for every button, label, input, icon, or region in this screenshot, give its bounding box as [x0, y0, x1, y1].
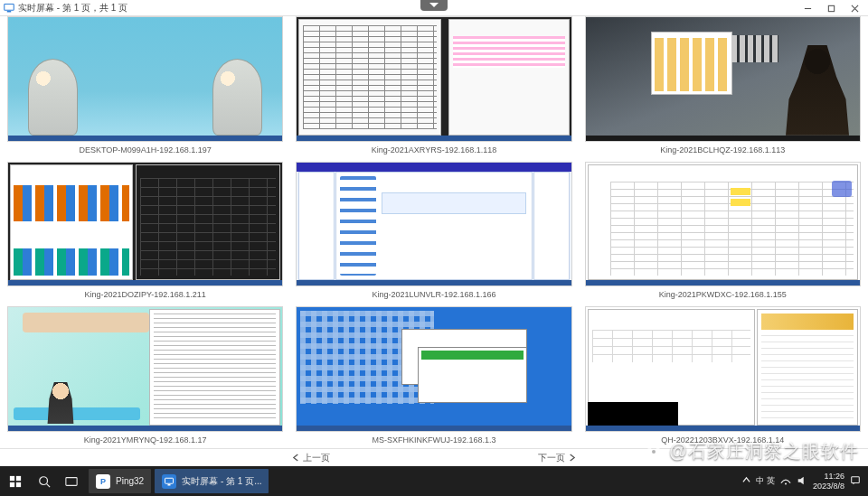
- screen-cell: King-2021YMRYNQ-192.168.1.17: [7, 306, 283, 448]
- screen-thumbnail[interactable]: [585, 162, 861, 287]
- svg-point-17: [40, 476, 48, 484]
- search-icon: [38, 475, 51, 488]
- screen-caption: MS-SXFHKINKFWUJ-192.168.1.3: [296, 432, 571, 448]
- svg-rect-13: [10, 475, 14, 480]
- svg-rect-23: [852, 476, 860, 482]
- titlebar: 实时屏幕 - 第 1 页，共 1 页: [0, 0, 868, 16]
- svg-rect-15: [10, 482, 14, 486]
- svg-rect-20: [165, 478, 174, 483]
- screen-caption: King-2021AXRYRS-192.168.1.118: [296, 142, 571, 158]
- screen-thumbnail[interactable]: [7, 162, 283, 287]
- taskbar-app-realtime[interactable]: 实时屏幕 - 第 1 页...: [155, 469, 269, 493]
- screen-caption: DESKTOP-M099A1H-192.168.1.197: [7, 142, 283, 158]
- clock-date: 2023/8/8: [813, 482, 844, 491]
- screen-caption: King-2021BCLHQZ-192.168.1.113: [585, 142, 861, 158]
- network-icon[interactable]: [780, 475, 791, 488]
- svg-rect-0: [5, 4, 14, 10]
- screen-caption: King-2021DOZIPY-192.168.1.211: [7, 286, 283, 303]
- taskbar-app-label: 实时屏幕 - 第 1 页...: [182, 475, 261, 488]
- screen-cell: King-2021LUNVLR-192.168.1.166: [296, 162, 571, 304]
- close-button[interactable]: [843, 0, 866, 16]
- windows-icon: [9, 475, 22, 488]
- search-button[interactable]: [31, 466, 58, 496]
- start-button[interactable]: [0, 466, 31, 496]
- monitor-icon: [162, 474, 176, 489]
- screen-cell: QH-20221203BXVX-192.168.1.14: [585, 306, 861, 448]
- screen-thumbnail[interactable]: [585, 16, 861, 142]
- app-window: 实时屏幕 - 第 1 页，共 1 页 DESKTOP-M099A1H-192.1…: [0, 0, 868, 466]
- chevron-left-icon: [292, 454, 300, 462]
- minimize-button[interactable]: [796, 0, 819, 16]
- tray-chevron-icon[interactable]: [742, 476, 750, 486]
- screen-cell: King-2021AXRYRS-192.168.1.118: [296, 16, 571, 158]
- svg-rect-14: [16, 475, 21, 480]
- clock[interactable]: 11:26 2023/8/8: [813, 472, 844, 491]
- taskview-button[interactable]: [58, 466, 85, 496]
- pagination-bar: 上一页 下一页: [0, 448, 868, 466]
- prev-page-button[interactable]: 上一页: [292, 452, 330, 464]
- host-taskbar: P Ping32 实时屏幕 - 第 1 页... 中 英 11:26 2023/…: [0, 466, 868, 496]
- dropdown-tab[interactable]: [420, 0, 448, 11]
- screen-cell: King-2021BCLHQZ-192.168.1.113: [585, 16, 861, 158]
- ime-indicator[interactable]: 中 英: [756, 475, 775, 487]
- notifications-icon[interactable]: [850, 475, 861, 488]
- volume-icon[interactable]: [797, 475, 807, 488]
- svg-point-22: [785, 482, 787, 484]
- svg-line-18: [47, 483, 51, 487]
- maximize-button[interactable]: [819, 0, 843, 16]
- chevron-right-icon: [568, 454, 576, 462]
- monitor-icon: [4, 3, 14, 14]
- svg-rect-21: [168, 484, 171, 486]
- screen-thumbnail[interactable]: [296, 162, 571, 287]
- screen-thumbnail[interactable]: [296, 16, 571, 142]
- svg-rect-16: [16, 482, 21, 486]
- screen-cell: King-2021DOZIPY-192.168.1.211: [7, 162, 283, 304]
- clock-time: 11:26: [813, 472, 844, 482]
- screen-cell: MS-SXFHKINKFWUJ-192.168.1.3: [296, 306, 571, 448]
- screen-thumbnail[interactable]: [585, 306, 861, 432]
- screen-caption: King-2021LUNVLR-192.168.1.166: [296, 286, 571, 303]
- svg-rect-3: [828, 5, 834, 11]
- taskview-icon: [65, 475, 78, 488]
- screen-cell: DESKTOP-M099A1H-192.168.1.197: [7, 16, 283, 158]
- system-tray: 中 英 11:26 2023/8/8: [742, 472, 868, 491]
- screen-thumbnail[interactable]: [7, 306, 283, 432]
- svg-rect-1: [7, 11, 12, 13]
- screen-thumbnail[interactable]: [296, 306, 571, 432]
- ping32-icon: P: [96, 474, 110, 489]
- screens-grid: DESKTOP-M099A1H-192.168.1.197 King-2021A…: [0, 16, 868, 448]
- screen-cell: King-2021PKWDXC-192.168.1.155: [585, 162, 861, 304]
- screen-caption: King-2021YMRYNQ-192.168.1.17: [7, 432, 283, 448]
- next-page-button[interactable]: 下一页: [538, 452, 576, 464]
- taskbar-app-label: Ping32: [116, 476, 144, 486]
- prev-page-label: 上一页: [303, 452, 330, 464]
- taskbar-app-ping32[interactable]: P Ping32: [89, 469, 151, 493]
- window-title: 实时屏幕 - 第 1 页，共 1 页: [18, 2, 127, 14]
- screen-caption: King-2021PKWDXC-192.168.1.155: [585, 286, 861, 303]
- next-page-label: 下一页: [538, 452, 565, 464]
- screen-caption: QH-20221203BXVX-192.168.1.14: [585, 432, 861, 448]
- svg-rect-19: [66, 477, 77, 485]
- screen-thumbnail[interactable]: [7, 16, 283, 142]
